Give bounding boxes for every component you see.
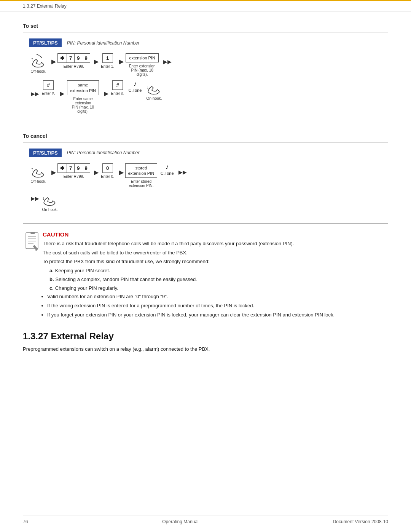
offhook-label-cancel: Off-hook.: [31, 179, 46, 184]
star-key-c: ✱: [58, 164, 67, 173]
caution-list: Keeping your PIN secret. Selecting a com…: [49, 267, 388, 292]
to-set-row2: ▶▶ # Enter #. ▶ sameextension PIN Enter …: [29, 80, 382, 113]
onhook-label-set: On-hook.: [146, 96, 162, 101]
footer: 76 Operating Manual Document Version 200…: [23, 516, 388, 524]
to-cancel-heading: To cancel: [23, 133, 388, 139]
pin-note-cancel: PIN: Personal Identification Number: [67, 150, 140, 155]
hash2-set: # Enter #.: [110, 80, 125, 96]
ctone-label-set: C.Tone: [129, 88, 142, 93]
caution-bullets: Valid numbers for an extension PIN are "…: [47, 293, 388, 319]
caution-bullet-1: Valid numbers for an extension PIN are "…: [47, 293, 388, 301]
to-cancel-diagram: PT/SLT/PS PIN: Personal Identification N…: [23, 142, 388, 224]
star799-label-cancel: Enter ✱799.: [64, 174, 84, 179]
arrow2-set: ▶: [94, 58, 99, 72]
dbl-arrow2-cancel: ▶▶: [31, 195, 39, 208]
offhook-phone-cancel: ↑ Off-hook.: [29, 163, 48, 184]
dbl-arrow2-set: ▶▶: [31, 91, 39, 104]
onhook-label-cancel: On-hook.: [42, 208, 57, 212]
music-note-icon-set: ♪: [134, 80, 137, 87]
zero-btn: 0: [102, 163, 113, 173]
star799-keys: ✱ 7 9 9: [57, 53, 90, 63]
phone-offhook-icon-cancel: ↑: [29, 163, 48, 178]
arrow3-cancel: ▶: [119, 169, 124, 183]
pt-badge-cancel: PT/SLT/PS: [29, 149, 62, 157]
stored-ext-pin-cancel: storedextension PIN Enter storedextensio…: [125, 163, 157, 188]
svg-rect-14: [30, 232, 35, 234]
arrow3-set: ▶: [119, 58, 124, 72]
hash1-set: # Enter #.: [41, 80, 56, 96]
arrow2-cancel: ▶: [94, 169, 99, 183]
seven-key-c: 7: [67, 164, 75, 173]
onhook-phone-set: ↓ On-hook.: [145, 80, 163, 101]
main-content: To set PT/SLT/PS PIN: Personal Identific…: [0, 11, 411, 383]
caution-text2: The cost of such calls will be billed to…: [43, 249, 388, 257]
svg-text:↑: ↑: [31, 56, 33, 62]
to-set-header: PT/SLT/PS PIN: Personal Identification N…: [29, 38, 382, 47]
nine-key1: 9: [75, 54, 82, 62]
ext-pin-box: extension PIN: [126, 53, 158, 62]
ctone-cancel: ♪ C.Tone: [159, 163, 175, 176]
hash2-label: Enter #.: [111, 91, 124, 96]
seven-key: 7: [67, 54, 75, 62]
caution-item-a: Keeping your PIN secret.: [49, 267, 388, 275]
phone-offhook-icon: ↑: [29, 53, 48, 68]
hash1-btn: #: [43, 80, 54, 90]
caution-section: CAUTION There is a risk that fraudulent …: [23, 231, 388, 320]
star-key: ✱: [58, 54, 67, 62]
stored-ext-pin-box: storedextension PIN: [125, 163, 157, 178]
caution-icon: [23, 231, 43, 253]
to-cancel-row1: ↑ Off-hook. ▶ ✱ 7 9 9 Enter ✱799. ▶ 0 En…: [29, 163, 382, 188]
external-relay-desc: Preprogrammed extensions can switch on a…: [23, 345, 388, 353]
caution-item-c: Changing your PIN regularly.: [49, 284, 388, 292]
top-bar-label: 1.3.27 External Relay: [23, 3, 67, 9]
external-relay-heading: 1.3.27 External Relay: [23, 331, 388, 342]
caution-content: CAUTION There is a risk that fraudulent …: [43, 231, 388, 320]
to-set-row1: ↑ Off-hook. ▶ ✱ 7 9 9 Enter ✱799. ▶ 1 En…: [29, 53, 382, 77]
svg-text:↑: ↑: [31, 166, 33, 172]
to-cancel-header: PT/SLT/PS PIN: Personal Identification N…: [29, 149, 382, 157]
svg-text:↓: ↓: [147, 84, 149, 90]
caution-bullet-2: If the wrong extension PIN is entered fo…: [47, 302, 388, 310]
caution-title: CAUTION: [43, 231, 388, 238]
hash2-btn: #: [112, 80, 123, 90]
offhook-phone-set: ↑ Off-hook.: [29, 53, 48, 73]
caution-item-b: Selecting a complex, random PIN that can…: [49, 276, 388, 284]
stored-ext-label: Enter storedextension PIN.: [129, 179, 153, 188]
arrow4-set: ▶: [60, 90, 64, 104]
dbl-arrow1-cancel: ▶▶: [178, 169, 187, 182]
to-set-heading: To set: [23, 23, 388, 29]
ctone-set: ♪ C.Tone: [127, 80, 143, 93]
footer-page: 76: [23, 519, 28, 524]
star799-label: Enter ✱799.: [64, 64, 84, 69]
arrow1-cancel: ▶: [51, 169, 56, 183]
star799-keys-cancel: ✱ 7 9 9: [57, 163, 90, 173]
zero-label: Enter 0.: [101, 174, 114, 179]
zero-key-cancel: 0 Enter 0.: [100, 163, 115, 179]
phone-onhook-icon-set: ↓: [145, 80, 163, 95]
nine-key2-c: 9: [82, 164, 89, 173]
caution-bullet-3: If you forget your extension PIN or your…: [47, 311, 388, 319]
svg-rect-7: [26, 233, 38, 249]
same-ext-pin-box: sameextension PIN: [67, 80, 99, 95]
pt-badge-set: PT/SLT/PS: [29, 38, 62, 47]
ctone-label-cancel: C.Tone: [161, 171, 174, 176]
caution-text3: To protect the PBX from this kind of fra…: [43, 258, 388, 265]
star799-set: ✱ 7 9 9 Enter ✱799.: [57, 53, 90, 69]
same-ext-pin-set: sameextension PIN Enter same extensionPI…: [66, 80, 100, 113]
dbl-arrow1-set: ▶▶: [163, 59, 172, 72]
ext-pin-set: extension PIN Enter extensionPIN (max. 1…: [125, 53, 159, 77]
ext-pin-label: Enter extensionPIN (max. 10 digits).: [125, 64, 159, 77]
caution-text1: There is a risk that fraudulent telephon…: [43, 240, 388, 248]
hash1-label: Enter #.: [41, 91, 55, 96]
nine-key2: 9: [82, 54, 89, 62]
same-ext-label: Enter same extensionPIN (max. 10 digits)…: [66, 97, 100, 113]
star799-cancel: ✱ 7 9 9 Enter ✱799.: [57, 163, 90, 179]
top-bar: 1.3.27 External Relay: [0, 0, 411, 11]
onhook-phone-cancel: ↓ On-hook.: [41, 192, 59, 212]
phone-onhook-icon-cancel: ↓: [41, 192, 59, 206]
footer-manual: Operating Manual: [162, 519, 198, 524]
nine-key1-c: 9: [75, 164, 82, 173]
pin-note-set: PIN: Personal Identification Number: [67, 40, 140, 46]
offhook-label-set: Off-hook.: [31, 69, 46, 73]
one-label: Enter 1.: [101, 64, 114, 69]
